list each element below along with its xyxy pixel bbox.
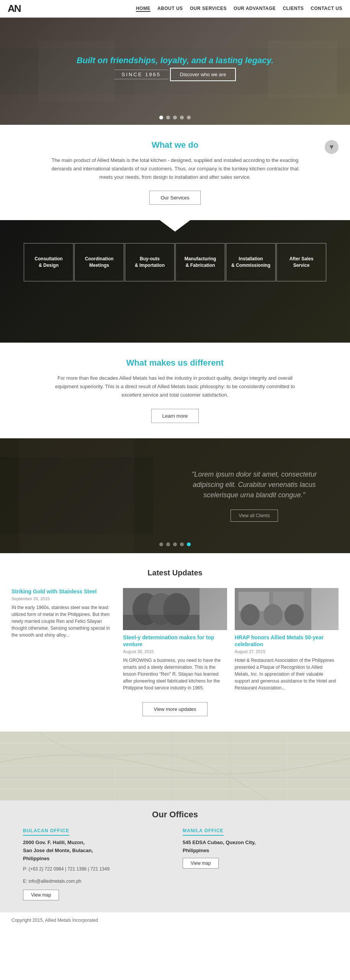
- update-3-image: [235, 588, 339, 630]
- update-2-image: [123, 588, 227, 630]
- manila-map-button[interactable]: View map: [183, 858, 219, 869]
- nav-contact[interactable]: CONTACT US: [311, 6, 342, 12]
- different-section: What makes us different For more than fi…: [0, 343, 350, 438]
- nav-home[interactable]: HOME: [136, 6, 150, 12]
- bulacan-map-button[interactable]: View map: [23, 890, 59, 900]
- offices-map: [0, 732, 350, 800]
- bulacan-phone: P: (+63 2) 722 0984 | 721 1386 | 721 134…: [23, 866, 167, 873]
- view-more-updates-button[interactable]: View more updates: [142, 702, 207, 716]
- service-manufacturing[interactable]: Manufacturing& Fabrication: [175, 243, 225, 281]
- updates-grid: Striking Gold with Stainless Steel Septe…: [11, 588, 339, 691]
- different-title: What makes us different: [46, 358, 304, 368]
- svg-rect-12: [123, 615, 200, 630]
- update-item-1: Striking Gold with Stainless Steel Septe…: [11, 588, 115, 691]
- update-2-img-svg: [123, 588, 227, 630]
- update-1-date: September 26, 2015: [11, 596, 115, 601]
- hero-cta-button[interactable]: Discover who we are: [170, 68, 236, 81]
- t-dot-1[interactable]: [159, 542, 163, 546]
- hero-dot-2[interactable]: [166, 116, 170, 119]
- hero-title: Built on friendships, loyalty, and a las…: [77, 56, 273, 65]
- update-2-date: August 30, 2015: [123, 649, 227, 654]
- update-2-title[interactable]: Steel-y determination makes for top vent…: [123, 634, 227, 648]
- map-svg: [0, 732, 350, 800]
- what-we-do-text: The main product of Allied Metals is the…: [46, 156, 304, 181]
- manila-office: MANILA OFFICE 545 EDSA Cubao, Quezon Cit…: [175, 827, 335, 900]
- service-coordination[interactable]: CoordinationMeetings: [74, 243, 124, 281]
- services-strip-section: Consultation& Design CoordinationMeeting…: [0, 220, 350, 343]
- nav-about[interactable]: ABOUT US: [157, 6, 183, 12]
- nav-links: HOME ABOUT US OUR SERVICES OUR ADVANTAGE…: [136, 6, 342, 12]
- update-3-img-svg: [235, 588, 339, 630]
- service-installation-label: Installation& Commissioning: [231, 256, 270, 269]
- hero-dots: [159, 116, 191, 119]
- service-manufacturing-label: Manufacturing& Fabrication: [185, 256, 216, 269]
- nav-advantage[interactable]: OUR ADVANTAGE: [234, 6, 276, 12]
- different-text: For more than five decades Allied Metals…: [46, 374, 304, 399]
- strip-arrow: [160, 220, 190, 232]
- bulacan-address: 2000 Gov. F. Halili, Muzon, San Jose del…: [23, 839, 167, 862]
- hero-dot-5[interactable]: [187, 116, 191, 119]
- hero-content: Built on friendships, loyalty, and a las…: [77, 56, 273, 87]
- t-dot-5[interactable]: [187, 542, 191, 546]
- hero-dot-1[interactable]: [159, 116, 163, 119]
- service-buyouts-label: Buy-outs& Importation: [135, 256, 165, 269]
- service-buyouts[interactable]: Buy-outs& Importation: [125, 243, 175, 281]
- t-dot-2[interactable]: [166, 542, 170, 546]
- svg-rect-4: [268, 41, 337, 98]
- hero-dot-4[interactable]: [180, 116, 184, 119]
- offices-title: Our Offices: [0, 800, 350, 820]
- what-we-do-title: What we do: [46, 140, 304, 150]
- testimonial-bg: [0, 438, 350, 553]
- manila-office-label: MANILA OFFICE: [183, 828, 224, 836]
- updates-btn-wrap: View more updates: [11, 702, 339, 716]
- update-1-text: IN the early 1960s, stainless steel was …: [11, 604, 115, 639]
- nav-clients[interactable]: CLIENTS: [283, 6, 304, 12]
- update-item-2: Steel-y determination makes for top vent…: [123, 588, 227, 691]
- testimonial-dots: [159, 542, 191, 546]
- svg-point-18: [285, 604, 304, 626]
- latest-updates-title: Latest Updates: [11, 568, 339, 577]
- services-grid: Consultation& Design CoordinationMeeting…: [0, 232, 350, 293]
- bulacan-office: BULACAN OFFICE 2000 Gov. F. Halili, Muzo…: [15, 827, 175, 900]
- offices-content: BULACAN OFFICE 2000 Gov. F. Halili, Muzo…: [0, 820, 350, 912]
- what-we-do-section: ▼ What we do The main product of Allied …: [0, 125, 350, 220]
- hero-dot-3[interactable]: [173, 116, 177, 119]
- service-installation[interactable]: Installation& Commissioning: [226, 243, 276, 281]
- navbar: AN HOME ABOUT US OUR SERVICES OUR ADVANT…: [0, 0, 350, 18]
- scroll-down-button[interactable]: ▼: [325, 140, 339, 154]
- update-item-3: HRAP honors Allied Metals 50-year celebr…: [235, 588, 339, 691]
- t-dot-4[interactable]: [180, 542, 184, 546]
- learn-more-button[interactable]: Learn more: [151, 409, 199, 423]
- logo[interactable]: AN: [8, 3, 21, 15]
- testimonial-section: "Lorem ipsum dolor sit amet, consectetur…: [0, 438, 350, 553]
- svg-point-17: [263, 604, 283, 626]
- svg-rect-7: [19, 438, 134, 553]
- update-3-text: Hotel & Restaurant Association of the Ph…: [235, 657, 339, 691]
- svg-point-16: [240, 604, 260, 626]
- update-2-text: IN GROWING a business, you need to have …: [123, 657, 227, 691]
- footer-text: Copyright 2015, Allied Metals Incorporat…: [11, 918, 98, 923]
- bulacan-email: E: info@alliedmetals.com.ph: [23, 878, 167, 885]
- footer: Copyright 2015, Allied Metals Incorporat…: [0, 912, 350, 928]
- service-aftersales[interactable]: After SalesService: [276, 243, 326, 281]
- update-1-title[interactable]: Striking Gold with Stainless Steel: [11, 588, 115, 595]
- latest-updates-section: Latest Updates Striking Gold with Stainl…: [0, 553, 350, 732]
- bulacan-office-label: BULACAN OFFICE: [23, 828, 69, 836]
- nav-services[interactable]: OUR SERVICES: [190, 6, 227, 12]
- service-coordination-label: CoordinationMeetings: [85, 256, 114, 269]
- service-aftersales-label: After SalesService: [289, 256, 314, 269]
- manila-address: 545 EDSA Cubao, Quezon City, Philippines: [183, 839, 327, 855]
- t-dot-3[interactable]: [173, 542, 177, 546]
- our-services-button[interactable]: Our Services: [149, 191, 200, 205]
- hero-subtitle: SINCE 1965: [114, 70, 168, 79]
- update-3-title[interactable]: HRAP honors Allied Metals 50-year celebr…: [235, 634, 339, 648]
- update-3-date: August 27, 2015: [235, 649, 339, 654]
- service-consultation-label: Consultation& Design: [34, 256, 62, 269]
- hero-section: Built on friendships, loyalty, and a las…: [0, 18, 350, 125]
- service-consultation[interactable]: Consultation& Design: [24, 243, 74, 281]
- offices-section: Our Offices BULACAN OFFICE 2000 Gov. F. …: [0, 732, 350, 912]
